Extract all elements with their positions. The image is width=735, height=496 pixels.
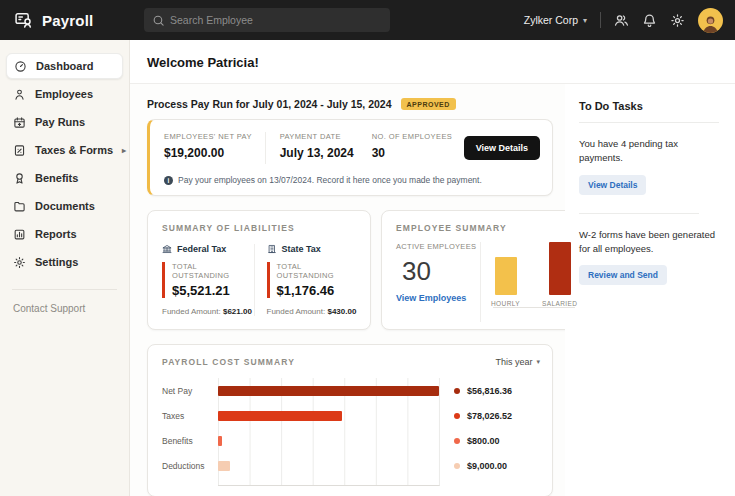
employee-type-chart: HOURLY SALARIED — [491, 242, 577, 322]
stat-label: EMPLOYEES' NET PAY — [164, 132, 265, 141]
todo-panel: To Do Tasks You have 4 pending tax payme… — [565, 84, 735, 496]
stat-value: $19,200.00 — [164, 146, 265, 160]
todo-divider — [579, 213, 699, 214]
funded-value: $621.00 — [223, 307, 252, 316]
view-details-button[interactable]: View Details — [464, 136, 540, 160]
active-employees-count: 30 — [402, 256, 480, 287]
payrun-card: EMPLOYEES' NET PAY $19,200.00 PAYMENT DA… — [147, 119, 553, 196]
status-badge: APPROVED — [401, 98, 456, 110]
salaried-bar — [549, 242, 571, 295]
stat-value: July 13, 2024 — [280, 146, 372, 160]
payrun-note: i Pay your employees on 13/07/2024. Reco… — [164, 175, 540, 185]
funded-value: $430.00 — [327, 307, 356, 316]
legend-dot — [454, 463, 460, 469]
sidebar-item-label: Dashboard — [36, 60, 93, 72]
dashboard-content: Process Pay Run for July 01, 2024 - July… — [130, 84, 565, 496]
todo-divider — [579, 122, 719, 123]
chevron-down-icon: ▾ — [536, 358, 540, 366]
contact-support-link[interactable]: Contact Support — [13, 303, 129, 314]
topbar-actions: Zylker Corp ▾ — [524, 8, 735, 33]
employee-card-divider — [480, 242, 481, 322]
view-employees-link[interactable]: View Employees — [396, 293, 480, 303]
employees-icon — [13, 88, 26, 101]
federal-tax-block: Federal Tax TOTAL OUTSTANDING $5,521.21 … — [162, 244, 254, 316]
legend-value: $78,026.52 — [467, 411, 512, 421]
settings-icon — [13, 256, 26, 269]
stat-label: NO. OF EMPLOYEES — [372, 132, 464, 141]
app-title: Payroll — [42, 12, 93, 29]
legend-value: $9,000.00 — [467, 461, 507, 471]
payrun-title: Process Pay Run for July 01, 2024 - July… — [147, 98, 392, 110]
tax-name: State Tax — [282, 244, 321, 254]
sidebar-item-pay-runs[interactable]: Pay Runs — [6, 109, 123, 135]
cost-chart-legend: $56,816.36 $78,026.52 $800.00 $9,000.00 — [440, 378, 540, 486]
users-icon[interactable] — [614, 13, 629, 28]
net-pay-stat: EMPLOYEES' NET PAY $19,200.00 — [164, 132, 265, 160]
payment-date-stat: PAYMENT DATE July 13, 2024 — [280, 132, 372, 160]
taxes-bar — [218, 411, 342, 421]
sidebar-item-employees[interactable]: Employees — [6, 81, 123, 107]
todo-title: To Do Tasks — [579, 100, 719, 112]
benefits-bar — [218, 436, 222, 446]
legend-dot — [454, 388, 460, 394]
cost-category-label: Benefits — [162, 428, 212, 453]
payroll-logo-icon — [14, 10, 34, 30]
legend-value: $56,816.36 — [467, 386, 512, 396]
payrun-note-text: Pay your employees on 13/07/2024. Record… — [178, 175, 482, 185]
welcome-heading: Welcome Patricia! — [130, 40, 735, 84]
funded-amount: Funded Amount: $621.00 — [162, 307, 254, 316]
taxes-forms-icon — [13, 144, 26, 157]
topbar: Payroll Zylker Corp ▾ — [0, 0, 735, 40]
legend-value: $800.00 — [467, 436, 500, 446]
cost-chart: Net Pay Taxes Benefits Deductions — [162, 378, 540, 486]
org-selector[interactable]: Zylker Corp ▾ — [524, 14, 587, 26]
net-pay-bar — [218, 386, 439, 396]
liabilities-title: SUMMARY OF LIABILITIES — [162, 223, 358, 233]
search-bar — [144, 8, 390, 32]
todo-task-w2-forms: W-2 forms have been generated for all em… — [579, 228, 719, 286]
stat-divider — [265, 132, 266, 164]
user-avatar[interactable] — [698, 8, 723, 33]
settings-gear-icon[interactable] — [670, 13, 685, 28]
stat-label: PAYMENT DATE — [280, 132, 372, 141]
todo-task-text: You have 4 pending tax payments. — [579, 137, 719, 166]
building-icon — [267, 244, 277, 254]
sidebar-item-benefits[interactable]: Benefits — [6, 165, 123, 191]
hourly-bar — [495, 257, 517, 295]
employee-count-stat: NO. OF EMPLOYEES 30 — [372, 132, 464, 160]
tax-name: Federal Tax — [177, 244, 226, 254]
state-tax-block: State Tax TOTAL OUTSTANDING $1,176.46 Fu… — [254, 244, 359, 316]
review-and-send-button[interactable]: Review and Send — [579, 265, 667, 285]
topbar-divider — [600, 12, 601, 28]
sidebar-item-label: Benefits — [35, 172, 78, 184]
cost-category-label: Net Pay — [162, 378, 212, 403]
reports-icon — [13, 228, 26, 241]
deductions-bar — [218, 461, 230, 471]
pay-runs-icon — [13, 116, 26, 129]
chevron-right-icon: ▸ — [122, 146, 126, 155]
info-icon: i — [164, 176, 173, 185]
benefits-icon — [13, 172, 26, 185]
notifications-bell-icon[interactable] — [642, 13, 657, 28]
employee-summary-title: EMPLOYEE SUMMARY — [396, 223, 577, 233]
sidebar-item-taxes-forms[interactable]: Taxes & Forms ▸ — [6, 137, 123, 163]
todo-task-text: W-2 forms have been generated for all em… — [579, 228, 719, 257]
sidebar-item-documents[interactable]: Documents — [6, 193, 123, 219]
employee-summary-card: EMPLOYEE SUMMARY ACTIVE EMPLOYEES 30 Vie… — [381, 210, 590, 330]
outstanding-amount: $1,176.46 — [277, 283, 359, 298]
legend-dot — [454, 438, 460, 444]
sidebar-item-label: Pay Runs — [35, 116, 85, 128]
search-input[interactable] — [144, 8, 390, 32]
app-logo: Payroll — [0, 10, 132, 30]
sidebar-item-settings[interactable]: Settings — [6, 249, 123, 275]
funded-label: Funded Amount: — [162, 307, 221, 316]
period-filter-dropdown[interactable]: This year ▾ — [495, 357, 540, 367]
todo-view-details-button[interactable]: View Details — [579, 175, 646, 195]
sidebar-item-reports[interactable]: Reports — [6, 221, 123, 247]
sidebar-item-dashboard[interactable]: Dashboard — [6, 53, 123, 79]
payrun-stats: EMPLOYEES' NET PAY $19,200.00 PAYMENT DA… — [164, 132, 540, 164]
org-name: Zylker Corp — [524, 14, 578, 26]
chevron-down-icon: ▾ — [583, 16, 587, 25]
sidebar-item-label: Settings — [35, 256, 78, 268]
todo-task-pending-taxes: You have 4 pending tax payments. View De… — [579, 137, 719, 195]
